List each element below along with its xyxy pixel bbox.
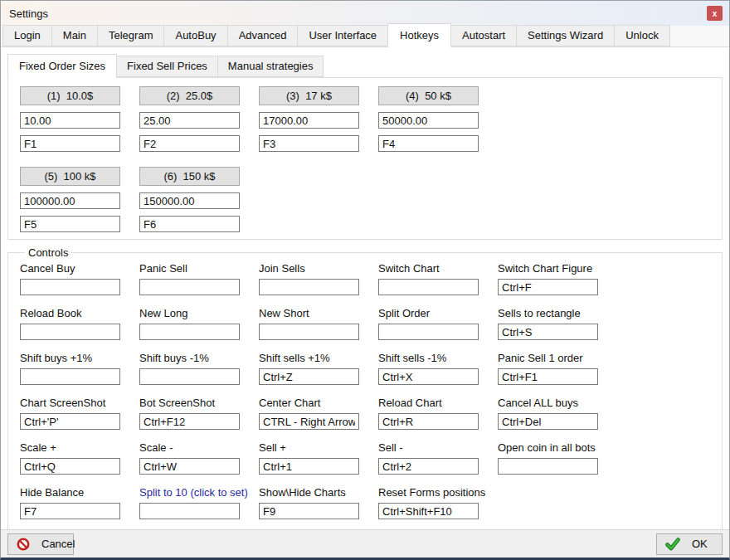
control-shift-sells-plus-1: Shift sells +1% bbox=[259, 352, 378, 385]
hotkey-input-reset-forms-positions[interactable] bbox=[378, 503, 479, 519]
hotkey-input-reload-chart[interactable] bbox=[378, 413, 479, 430]
label-reload-book: Reload Book bbox=[20, 307, 139, 321]
hotkey-input-open-coin-in-all-bots[interactable] bbox=[498, 458, 598, 475]
hotkey-input-sell-minus[interactable] bbox=[378, 458, 479, 475]
hotkeys-page: Fixed Order Sizes Fixed Sell Prices Manu… bbox=[1, 47, 729, 529]
order-size-col-2: (2) 25.0$ bbox=[139, 86, 240, 152]
hotkey-input-new-short[interactable] bbox=[259, 324, 359, 340]
order-hotkey-input-1[interactable] bbox=[20, 135, 120, 152]
tab-hotkeys[interactable]: Hotkeys bbox=[387, 23, 451, 47]
hotkey-input-cancel-all-buys[interactable] bbox=[498, 413, 598, 430]
hotkey-input-chart-screenshot[interactable] bbox=[20, 413, 120, 430]
hotkey-input-scale-minus[interactable] bbox=[139, 458, 240, 475]
control-bot-screenshot: Bot ScreenShot bbox=[139, 397, 259, 430]
tab-autostart[interactable]: Autostart bbox=[450, 25, 517, 46]
order-amount-input-3[interactable] bbox=[259, 112, 359, 129]
control-shift-buys-minus-1: Shift buys -1% bbox=[139, 352, 259, 385]
order-hotkey-input-4[interactable] bbox=[378, 135, 479, 152]
control-new-short: New Short bbox=[259, 307, 378, 340]
order-size-button-1[interactable]: (1) 10.0$ bbox=[20, 86, 120, 105]
hotkey-input-bot-screenshot[interactable] bbox=[139, 413, 240, 430]
control-shift-buys-plus-1: Shift buys +1% bbox=[20, 352, 139, 385]
hotkey-input-switch-chart[interactable] bbox=[378, 279, 479, 295]
control-switch-chart-figure: Switch Chart Figure bbox=[498, 262, 617, 295]
cancel-button[interactable]: Cancel bbox=[7, 533, 74, 555]
hotkey-input-join-sells[interactable] bbox=[259, 279, 359, 295]
tab-autobuy[interactable]: AutoBuy bbox=[163, 25, 227, 46]
order-amount-input-2[interactable] bbox=[139, 112, 240, 129]
close-icon[interactable]: x bbox=[707, 6, 723, 21]
label-show-hide-charts: Show\Hide Charts bbox=[259, 486, 378, 500]
hotkey-input-shift-sells-plus-1[interactable] bbox=[259, 368, 359, 385]
label-sell-plus: Sell + bbox=[259, 441, 378, 455]
hotkey-input-split-to-10[interactable] bbox=[139, 503, 240, 519]
order-amount-input-6[interactable] bbox=[139, 192, 240, 209]
order-size-col-1: (1) 10.0$ bbox=[20, 86, 120, 152]
split-to-10-link[interactable]: Split to 10 (click to set) bbox=[139, 486, 259, 500]
order-amount-input-5[interactable] bbox=[20, 192, 120, 209]
hotkey-input-cancel-buy[interactable] bbox=[20, 279, 120, 295]
order-hotkey-input-6[interactable] bbox=[139, 216, 240, 232]
label-switch-chart-figure: Switch Chart Figure bbox=[498, 262, 617, 276]
hotkey-input-panic-sell[interactable] bbox=[139, 279, 240, 295]
order-hotkey-input-5[interactable] bbox=[20, 216, 120, 232]
label-new-long: New Long bbox=[139, 307, 259, 321]
label-hide-balance: Hide Balance bbox=[20, 486, 139, 500]
hotkey-input-new-long[interactable] bbox=[139, 324, 240, 340]
hotkey-input-sells-to-rectangle[interactable] bbox=[498, 324, 598, 340]
ok-button[interactable]: OK bbox=[656, 533, 723, 555]
order-size-button-2[interactable]: (2) 25.0$ bbox=[139, 86, 240, 105]
control-reload-book: Reload Book bbox=[20, 307, 139, 340]
order-size-button-5[interactable]: (5) 100 k$ bbox=[20, 167, 120, 186]
order-size-button-3[interactable]: (3) 17 k$ bbox=[259, 86, 359, 105]
tab-settings-wizard[interactable]: Settings Wizard bbox=[516, 25, 615, 46]
order-amount-input-1[interactable] bbox=[20, 112, 120, 129]
order-amount-input-4[interactable] bbox=[378, 112, 479, 129]
fixed-order-sizes-panel: (1) 10.0$ (2) 25.0$ (3) 17 k$ (4) 50 k$ bbox=[7, 77, 723, 240]
tab-login[interactable]: Login bbox=[2, 25, 52, 46]
subtab-fixed-sell-prices[interactable]: Fixed Sell Prices bbox=[116, 56, 218, 77]
hotkey-input-switch-chart-figure[interactable] bbox=[498, 279, 598, 295]
tab-user-interface[interactable]: User Interface bbox=[297, 25, 388, 46]
control-show-hide-charts: Show\Hide Charts bbox=[259, 486, 378, 519]
control-panic-sell-1-order: Panic Sell 1 order bbox=[498, 352, 617, 385]
order-hotkey-input-3[interactable] bbox=[259, 135, 359, 152]
main-tabstrip: Login Main Telegram AutoBuy Advanced Use… bbox=[1, 26, 729, 47]
hotkey-input-reload-book[interactable] bbox=[20, 324, 120, 340]
control-cancel-buy: Cancel Buy bbox=[20, 262, 139, 295]
control-panic-sell: Panic Sell bbox=[139, 262, 259, 295]
tab-unlock[interactable]: Unlock bbox=[614, 25, 670, 46]
hotkey-input-hide-balance[interactable] bbox=[20, 503, 120, 519]
hotkey-input-split-order[interactable] bbox=[378, 324, 479, 340]
controls-grid: Cancel Buy Panic Sell Join Sells Switch … bbox=[20, 262, 722, 519]
order-size-button-4[interactable]: (4) 50 k$ bbox=[378, 86, 479, 105]
hotkey-input-scale-plus[interactable] bbox=[20, 458, 120, 475]
hotkey-input-shift-buys-minus-1[interactable] bbox=[139, 368, 240, 385]
ok-button-label: OK bbox=[692, 538, 708, 550]
hotkey-input-shift-buys-plus-1[interactable] bbox=[20, 368, 120, 385]
hotkey-input-panic-sell-1-order[interactable] bbox=[498, 368, 598, 385]
window-title: Settings bbox=[9, 7, 707, 20]
label-join-sells: Join Sells bbox=[259, 262, 378, 276]
footer-bar: Cancel OK bbox=[1, 529, 729, 558]
hotkey-input-show-hide-charts[interactable] bbox=[259, 503, 359, 519]
tab-telegram[interactable]: Telegram bbox=[97, 25, 164, 46]
order-size-button-6[interactable]: (6) 150 k$ bbox=[139, 167, 240, 186]
control-open-coin-in-all-bots: Open coin in all bots bbox=[498, 441, 617, 475]
order-size-col-3: (3) 17 k$ bbox=[259, 86, 359, 152]
hotkey-input-sell-plus[interactable] bbox=[259, 458, 359, 475]
label-center-chart: Center Chart bbox=[259, 397, 378, 411]
cancel-prohibition-icon bbox=[17, 538, 30, 551]
label-scale-plus: Scale + bbox=[20, 441, 139, 455]
tab-advanced[interactable]: Advanced bbox=[227, 25, 299, 46]
hotkey-input-shift-sells-minus-1[interactable] bbox=[378, 368, 479, 385]
control-reload-chart: Reload Chart bbox=[378, 397, 498, 430]
order-hotkey-input-2[interactable] bbox=[139, 135, 240, 152]
control-chart-screenshot: Chart ScreenShot bbox=[20, 397, 139, 430]
subtab-manual-strategies[interactable]: Manual strategies bbox=[217, 56, 324, 77]
hotkey-input-center-chart[interactable] bbox=[259, 413, 359, 430]
subtab-fixed-order-sizes[interactable]: Fixed Order Sizes bbox=[7, 54, 117, 78]
control-split-to-10: Split to 10 (click to set) bbox=[139, 486, 259, 519]
label-bot-screenshot: Bot ScreenShot bbox=[139, 397, 259, 411]
tab-main[interactable]: Main bbox=[51, 25, 98, 46]
